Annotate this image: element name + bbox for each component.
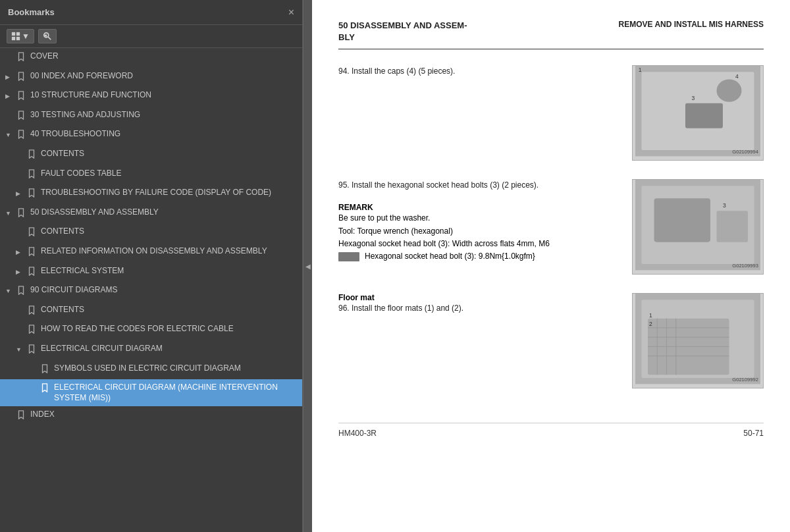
search-icon (43, 32, 52, 41)
footer-right: 50-71 (743, 429, 764, 438)
svg-text:4: 4 (735, 73, 739, 80)
bookmark-icon (17, 410, 26, 423)
svg-text:G02109993: G02109993 (732, 263, 758, 269)
tree-item-90-symbols[interactable]: SYMBOLS USED IN ELECTRIC CIRCUIT DIAGRAM (0, 360, 302, 380)
step-94: 94. Install the caps (4) (5 pieces). (338, 65, 619, 77)
tree-item-50-contents[interactable]: CONTENTS (0, 223, 302, 243)
tree-label: ELECTRICAL CIRCUIT DIAGRAM (MACHINE INTE… (54, 383, 297, 403)
close-button[interactable]: × (288, 7, 294, 18)
toggle-spacer (16, 149, 26, 159)
tree-item-40-trouble-code[interactable]: TROUBLESHOOTING BY FAILURE CODE (DISPLAY… (0, 184, 302, 204)
tree-label: FAULT CODES TABLE (41, 169, 297, 179)
tree-item-90-howto[interactable]: HOW TO READ THE CODES FOR ELECTRIC CABLE (0, 321, 302, 340)
tree-item-90-contents[interactable]: CONTENTS (0, 302, 302, 321)
step-95: 95. Install the hexagonal socket head bo… (338, 179, 619, 191)
tree-item-40-contents[interactable]: CONTENTS (0, 146, 302, 165)
toggle-arrow[interactable] (5, 207, 16, 218)
toggle-arrow[interactable] (16, 266, 26, 277)
toggle-arrow[interactable] (5, 71, 16, 82)
tree-item-00-index[interactable]: 00 INDEX AND FOREWORD (0, 68, 302, 88)
tree-label: CONTENTS (41, 226, 297, 237)
bookmark-icon (17, 129, 26, 142)
tree-item-50-related[interactable]: RELATED INFORMATION ON DISASSEMBLY AND A… (0, 243, 302, 263)
remark-title: REMARK (338, 203, 619, 212)
tree-item-30-testing[interactable]: 30 TESTING AND ADJUSTING (0, 107, 302, 126)
toggle-arrow[interactable] (16, 188, 26, 198)
tree-item-90-mis[interactable]: ELECTRICAL CIRCUIT DIAGRAM (MACHINE INTE… (0, 379, 302, 406)
spec-text: Hexagonal socket head bolt (3): 9.8Nm{1.… (365, 250, 535, 263)
bookmark-icon (28, 305, 37, 318)
step-95-text: 95. Install the hexagonal socket head bo… (338, 179, 619, 282)
step-96-image: 2 1 G02109992 (632, 293, 764, 396)
toggle-spacer (5, 110, 16, 120)
expand-dropdown-button[interactable]: ▼ (7, 29, 34, 43)
step-96: 96. Install the floor mats (1) and (2). (338, 302, 619, 314)
sidebar-title: Bookmarks (8, 7, 55, 17)
step-94-image: 1 4 3 G02109994 (632, 65, 764, 169)
tree-label: 10 STRUCTURE AND FUNCTION (30, 90, 297, 101)
bookmark-icon (17, 285, 26, 298)
svg-text:1: 1 (639, 67, 642, 74)
bookmark-icon (17, 207, 26, 221)
bookmark-icon (28, 344, 37, 357)
bookmark-icon (17, 71, 26, 84)
bookmark-icon (28, 266, 37, 279)
tree-label: SYMBOLS USED IN ELECTRIC CIRCUIT DIAGRAM (54, 363, 297, 374)
bookmark-icon (28, 188, 37, 201)
search-bookmark-button[interactable] (38, 29, 57, 43)
svg-rect-17 (717, 211, 749, 243)
doc-header: 50 DISASSEMBLY AND ASSEM- BLY REMOVE AND… (338, 20, 764, 49)
svg-text:3: 3 (723, 203, 726, 209)
tree-item-50-disassembly[interactable]: 50 DISASSEMBLY AND ASSEMBLY (0, 204, 302, 224)
svg-rect-3 (16, 37, 20, 40)
tree-item-40-trouble[interactable]: 40 TROUBLESHOOTING (0, 126, 302, 146)
step-94-text: 94. Install the caps (4) (5 pieces). (338, 65, 619, 169)
bookmark-icon (17, 51, 26, 65)
img-g02109994: 1 4 3 G02109994 (632, 65, 764, 161)
svg-point-8 (717, 80, 742, 102)
sidebar-collapse-tab[interactable]: ◀ (303, 0, 312, 532)
bookmark-icon (28, 226, 37, 240)
sidebar-header: Bookmarks × (0, 0, 302, 25)
main-content: 50 DISASSEMBLY AND ASSEM- BLY REMOVE AND… (312, 0, 790, 532)
bookmark-icon (28, 324, 37, 337)
tree-label: RELATED INFORMATION ON DISASSEMBLY AND A… (41, 246, 297, 257)
tree-item-40-fault[interactable]: FAULT CODES TABLE (0, 165, 302, 185)
step-96-text: Floor mat 96. Install the floor mats (1)… (338, 293, 619, 396)
tree-label: CONTENTS (41, 149, 297, 159)
toggle-spacer (29, 383, 40, 392)
doc-header-left: 50 DISASSEMBLY AND ASSEM- BLY (338, 20, 467, 43)
step-94-num: 94. (338, 66, 350, 76)
toggle-arrow[interactable] (5, 90, 16, 101)
tree-label: 30 TESTING AND ADJUSTING (30, 110, 297, 120)
tree-label: INDEX (30, 410, 297, 420)
tree-item-90-ecd[interactable]: ELECTRICAL CIRCUIT DIAGRAM (0, 340, 302, 360)
header-line2: BLY (338, 32, 467, 43)
img-g02109992: 2 1 G02109992 (632, 293, 764, 388)
floor-mat-label: Floor mat (338, 293, 619, 302)
remark-line-3: Hexagonal socket head bolt (3): Width ac… (338, 238, 619, 250)
toggle-arrow[interactable] (5, 129, 16, 140)
tree-label: 50 DISASSEMBLY AND ASSEMBLY (30, 207, 297, 218)
header-line1: 50 DISASSEMBLY AND ASSEM- (338, 20, 467, 32)
step-94-desc: Install the caps (4) (5 pieces). (352, 66, 455, 76)
toggle-arrow[interactable] (16, 246, 26, 257)
tree-label: ELECTRICAL CIRCUIT DIAGRAM (41, 344, 297, 354)
tree-item-index[interactable]: INDEX (0, 406, 302, 426)
img-content-96: 2 1 G02109992 (635, 293, 760, 386)
tree-label: 40 TROUBLESHOOTING (30, 129, 297, 140)
torque-spec-icon (338, 252, 359, 261)
toggle-arrow[interactable] (16, 344, 26, 354)
step-96-num: 96. (338, 304, 350, 313)
toggle-spacer (29, 363, 40, 373)
tree-item-10-structure[interactable]: 10 STRUCTURE AND FUNCTION (0, 87, 302, 107)
tree-label: CONTENTS (41, 305, 297, 315)
sidebar-toolbar: ▼ (0, 25, 302, 48)
toggle-spacer (16, 324, 26, 334)
tree-item-cover[interactable]: COVER (0, 48, 302, 68)
tree-item-50-electrical[interactable]: ELECTRICAL SYSTEM (0, 263, 302, 282)
tree-item-90-circuit[interactable]: 90 CIRCUIT DIAGRAMS (0, 282, 302, 302)
tree-label: HOW TO READ THE CODES FOR ELECTRIC CABLE (41, 324, 297, 334)
step-95-image: 3 G02109993 (632, 179, 764, 282)
toggle-arrow[interactable] (5, 285, 16, 296)
